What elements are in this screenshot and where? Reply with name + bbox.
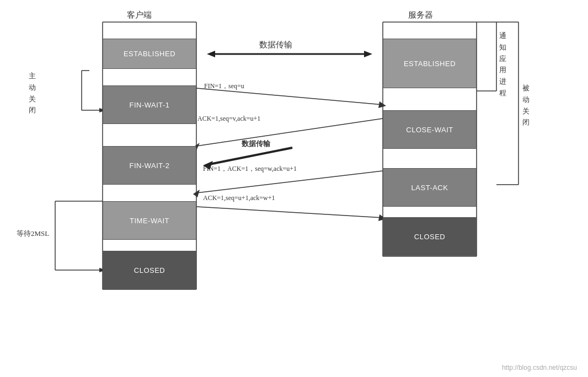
client-label: 客户端 (127, 10, 152, 20)
watermark: http://blog.csdn.net/qzcsu (502, 364, 577, 371)
svg-marker-9 (364, 51, 372, 57)
ack2-label: ACK=1,seq=u+1,ack=w+1 (203, 194, 275, 202)
svg-line-19 (196, 207, 383, 218)
server-close-wait-box: CLOSE-WAIT (383, 110, 477, 149)
client-established-box: ESTABLISHED (103, 39, 196, 69)
data-transfer-mid-label: 数据传输 (242, 139, 270, 149)
server-closed-box: CLOSED (383, 217, 477, 256)
svg-line-15 (210, 148, 292, 164)
client-closed-box: CLOSED (103, 251, 196, 289)
data-transfer-top-label: 数据传输 (259, 40, 292, 50)
server-label: 服务器 (408, 10, 433, 20)
svg-marker-18 (193, 190, 200, 197)
svg-marker-12 (378, 101, 386, 108)
fin1-label: FIN=1，seq=u (204, 82, 244, 91)
notify-app-label: 通 知 应 用 进 程 (499, 30, 506, 99)
client-time-wait-box: TIME-WAIT (103, 201, 196, 240)
ack1-label: ACK=1,seq=v,ack=u+1 (197, 115, 260, 123)
server-established-box: ESTABLISHED (383, 39, 477, 88)
svg-line-17 (196, 171, 383, 193)
fin2-label: FIN=1，ACK=1，seq=w,ack=u+1 (203, 164, 297, 174)
active-close-label: 主 动 关 闭 (29, 71, 36, 116)
diagram-container: 客户端 服务器 ESTABLISHED FIN-WAIT-1 FIN-WAIT-… (0, 0, 588, 377)
svg-marker-10 (207, 51, 215, 57)
server-last-ack-box: LAST-ACK (383, 168, 477, 207)
passive-close-label: 被 动 关 闭 (522, 83, 530, 128)
client-fin-wait-2-box: FIN-WAIT-2 (103, 146, 196, 185)
client-fin-wait-1-box: FIN-WAIT-1 (103, 85, 196, 124)
wait-2msl-label: 等待2MSL (17, 229, 49, 239)
